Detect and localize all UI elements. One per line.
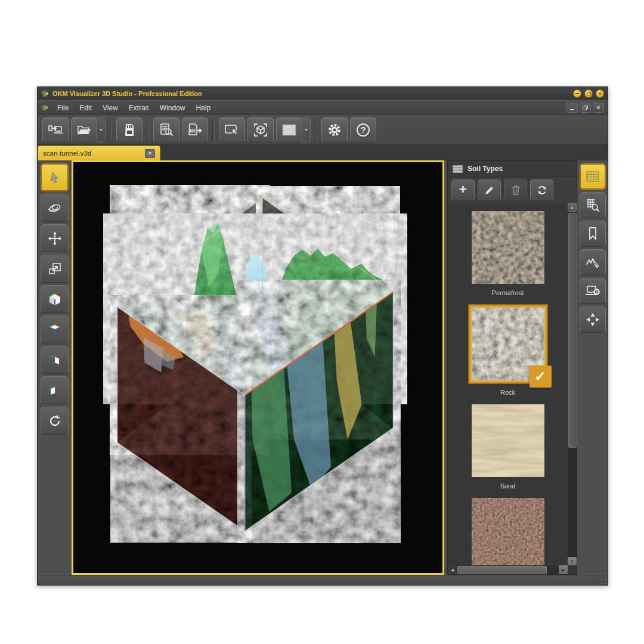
view-3d-button[interactable] <box>247 117 274 143</box>
permafrost-texture <box>472 211 544 284</box>
close-button[interactable]: × <box>596 89 604 98</box>
left-tool-column <box>38 160 72 575</box>
resize-icon <box>48 262 62 276</box>
minimize-button[interactable] <box>573 89 581 98</box>
rotate-3d-icon <box>47 201 63 215</box>
view-side-button[interactable] <box>41 346 69 374</box>
main-toolbar: ▾ PDF <box>38 115 608 145</box>
scroll-down-button[interactable]: ▼ <box>568 557 577 565</box>
soil-panel-title: Soil Types <box>467 165 503 173</box>
add-soil-button[interactable]: + <box>451 179 475 201</box>
scroll-up-button[interactable]: ▲ <box>568 203 577 212</box>
open-file-dropdown[interactable]: ▾ <box>97 117 106 143</box>
cursor-arrow-icon <box>48 171 62 185</box>
menu-window[interactable]: Window <box>154 103 191 113</box>
soil-types-tool-button[interactable] <box>580 163 606 190</box>
tab-scan-tunnel[interactable]: scan-tunnel.v3d × <box>38 145 160 160</box>
close-icon: × <box>598 91 601 97</box>
save-card-icon <box>123 123 136 137</box>
mdi-close-button[interactable]: × <box>593 103 604 113</box>
soil-item-permafrost[interactable]: Permafrost <box>472 211 544 297</box>
sand-texture <box>472 404 544 477</box>
menu-view[interactable]: View <box>97 103 123 113</box>
menu-help[interactable]: Help <box>191 103 216 113</box>
open-folder-icon <box>77 123 91 137</box>
device-settings-button[interactable] <box>580 278 606 304</box>
export-pdf-button[interactable]: PDF <box>182 117 208 143</box>
import-scan-button[interactable] <box>42 117 69 143</box>
soil-list-area: Permafrost ✓ Rock <box>448 203 577 574</box>
selected-soil-frame: ✓ <box>469 305 547 383</box>
title-bar: OKM Visualizer 3D Studio - Professional … <box>38 87 608 100</box>
right-tool-column <box>577 160 608 575</box>
save-file-button[interactable] <box>116 117 143 143</box>
app-logo-icon <box>41 90 49 98</box>
soil-item-partial[interactable] <box>472 498 544 565</box>
toolbar-separator <box>147 119 149 141</box>
scroll-left-button[interactable]: ◀ <box>448 565 457 574</box>
svg-text:PDF: PDF <box>191 129 196 132</box>
resize-grip[interactable] <box>599 577 606 584</box>
horizontal-scroll-thumb[interactable] <box>457 566 547 574</box>
help-button[interactable]: ? <box>350 117 376 143</box>
menu-extras[interactable]: Extras <box>123 103 154 113</box>
maximize-button[interactable] <box>584 89 593 98</box>
pan-arrows-icon <box>47 231 63 246</box>
toolbar-separator <box>110 119 112 141</box>
scroll-right-button[interactable]: ▶ <box>559 565 568 574</box>
report-preview-icon <box>159 123 174 137</box>
soil-layers-icon <box>453 165 463 173</box>
scale-tool-button[interactable] <box>41 255 69 283</box>
refresh-icon <box>537 185 547 196</box>
soil-item-sand[interactable]: Sand <box>472 404 544 490</box>
trash-icon <box>511 185 521 196</box>
soil-item-label: Sand <box>500 482 516 490</box>
mdi-restore-icon <box>583 106 588 110</box>
toolbar-separator <box>315 119 317 141</box>
plus-icon: + <box>459 183 467 196</box>
viewport-3d[interactable] <box>72 160 444 575</box>
rotate-tool-button[interactable] <box>41 194 69 222</box>
background-color-button[interactable] <box>276 117 302 143</box>
delete-soil-button[interactable] <box>504 179 527 201</box>
content-area: Soil Types + <box>38 160 608 575</box>
background-color-dropdown[interactable]: ▾ <box>302 117 311 143</box>
mdi-minimize-button[interactable] <box>566 103 578 113</box>
scan-grid-search-button[interactable] <box>580 192 606 218</box>
export-pdf-icon: PDF <box>187 123 203 137</box>
open-file-button[interactable] <box>71 117 97 143</box>
horizontal-scrollbar[interactable]: ◀ ▶ <box>448 565 568 574</box>
edit-soil-button[interactable] <box>478 179 501 201</box>
select-tool-button[interactable] <box>41 163 69 191</box>
vertical-scrollbar[interactable]: ▲ ▼ <box>568 203 577 565</box>
navigation-pad-button[interactable] <box>580 306 606 333</box>
interactive-mode-button[interactable] <box>219 117 245 143</box>
document-tab-bar: scan-tunnel.v3d × <box>38 145 608 160</box>
view-top-button[interactable] <box>41 315 69 343</box>
settings-gear-icon <box>327 122 342 138</box>
laptop-gear-icon <box>585 284 600 298</box>
soil-item-rock[interactable]: ✓ Rock <box>469 305 547 397</box>
view-3d-cube-button[interactable] <box>41 285 69 313</box>
bookmarks-button[interactable] <box>580 221 606 247</box>
toolbar-separator <box>212 119 215 141</box>
import-scan-icon <box>48 123 63 137</box>
settings-button[interactable] <box>321 117 348 143</box>
view-front-icon <box>47 383 63 398</box>
mdi-restore-button[interactable] <box>580 103 591 113</box>
scan-cube-render <box>73 162 442 573</box>
move-tool-button[interactable] <box>41 224 69 252</box>
bookmark-icon <box>587 227 599 241</box>
soil-item-label: Permafrost <box>492 289 524 297</box>
report-preview-button[interactable] <box>153 117 179 143</box>
menu-edit[interactable]: Edit <box>74 103 97 113</box>
view-front-button[interactable] <box>41 376 69 404</box>
reset-view-button[interactable] <box>41 407 69 435</box>
tab-close-button[interactable]: × <box>145 149 155 158</box>
maximize-icon <box>587 92 591 95</box>
signal-analysis-button[interactable] <box>580 249 606 275</box>
vertical-scroll-thumb[interactable] <box>568 213 577 448</box>
soil-panel-header: Soil Types <box>448 161 577 177</box>
refresh-soil-button[interactable] <box>530 179 553 201</box>
menu-file[interactable]: File <box>52 103 74 113</box>
